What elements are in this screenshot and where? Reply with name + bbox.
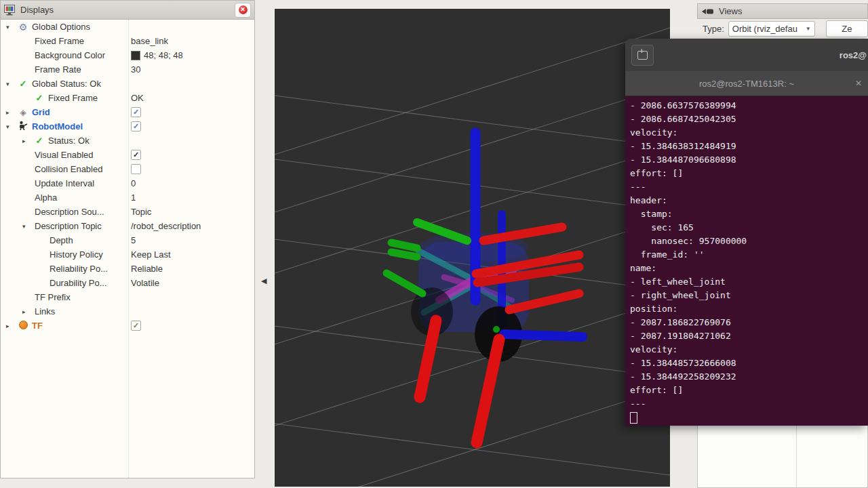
terminal-line: - 15.384487096680898 <box>630 153 868 167</box>
terminal-line: - 2086.6637576389994 <box>630 99 868 113</box>
tab-close-icon[interactable]: ✕ <box>855 79 862 88</box>
property-value[interactable]: /robot_description <box>131 221 201 231</box>
zero-button[interactable]: Ze <box>826 20 868 37</box>
expand-arrow-icon[interactable]: ▾ <box>5 123 17 130</box>
property-label: TF Prefix <box>35 292 71 302</box>
checkbox-unchecked[interactable] <box>131 164 141 174</box>
display-row-grid[interactable]: ▸◈Grid✓ <box>1 105 254 119</box>
property-value[interactable]: 5 <box>131 235 136 245</box>
display-row-alpha[interactable]: Alpha1 <box>1 190 254 205</box>
property-label: Status: Ok <box>48 136 90 146</box>
property-label: Global Options <box>32 22 90 32</box>
property-label: History Policy <box>50 249 103 260</box>
value-text: 1 <box>131 192 136 203</box>
property-value[interactable]: 1 <box>131 192 136 203</box>
display-row-links[interactable]: ▸Links <box>1 304 254 319</box>
terminal-window[interactable]: + ros2@ ros2@ros2-TM1613R: ~ ✕ - 2086.66… <box>625 39 868 426</box>
checkbox-checked[interactable]: ✓ <box>131 321 141 331</box>
terminal-window-title: ros2@ <box>840 39 867 71</box>
display-row-robotmodel[interactable]: ▾RobotModel✓ <box>1 119 254 134</box>
terminal-line: - 2087.186822769076 <box>630 316 868 329</box>
panel-collapse-arrow-icon[interactable]: ◀ <box>261 277 267 285</box>
property-value[interactable]: base_link <box>131 36 168 46</box>
displays-close-button[interactable]: ✕ <box>235 3 251 18</box>
terminal-line: - right_wheel_joint <box>630 289 868 302</box>
expand-arrow-icon[interactable]: ▾ <box>5 81 17 87</box>
display-row-global-options[interactable]: ▾⚙Global Options <box>1 20 254 34</box>
display-row-depth[interactable]: Depth5 <box>1 233 254 247</box>
new-tab-button[interactable]: + <box>631 45 654 66</box>
property-value[interactable]: OK <box>131 93 144 103</box>
display-row-description-topic[interactable]: ▾Description Topic/robot_description <box>1 219 254 233</box>
property-value[interactable]: Topic <box>131 207 151 217</box>
checkbox-checked[interactable]: ✓ <box>131 150 141 160</box>
property-value[interactable]: ✓ <box>131 107 141 117</box>
view-type-combobox[interactable]: Orbit (rviz_defau ▼ <box>728 21 815 37</box>
expand-arrow-icon[interactable]: ▾ <box>21 223 33 230</box>
value-text: 0 <box>131 178 136 188</box>
checkbox-checked[interactable]: ✓ <box>131 121 141 131</box>
3d-scene <box>275 9 670 487</box>
property-value[interactable]: Keep Last <box>131 249 171 260</box>
display-row-visual-enabled[interactable]: Visual Enabled✓ <box>1 148 254 162</box>
checkbox-checked[interactable]: ✓ <box>131 107 141 117</box>
display-row-history-policy[interactable]: History PolicyKeep Last <box>1 247 254 262</box>
terminal-line: velocity: <box>630 343 868 357</box>
property-value[interactable]: Volatile <box>131 278 159 288</box>
terminal-output[interactable]: - 2086.6637576389994- 2086.6687425042305… <box>625 96 868 426</box>
property-value[interactable]: 30 <box>131 64 140 75</box>
terminal-tab[interactable]: ros2@ros2-TM1613R: ~ ✕ <box>625 71 868 96</box>
display-row-fixed-frame[interactable]: Fixed Framebase_link <box>1 34 254 48</box>
display-row-collision-enabled[interactable]: Collision Enabled <box>1 162 254 176</box>
collapse-arrow-icon[interactable]: ▸ <box>5 323 17 329</box>
terminal-tab-title: ros2@ros2-TM1613R: ~ <box>699 79 794 89</box>
property-value[interactable]: Reliable <box>131 264 163 274</box>
property-label: Grid <box>32 107 50 117</box>
view-type-value: Orbit (rviz_defau <box>732 24 806 34</box>
display-row-update-interval[interactable]: Update Interval0 <box>1 176 254 190</box>
display-row-frame-rate[interactable]: Frame Rate30 <box>1 62 254 77</box>
collapse-arrow-icon[interactable]: ▸ <box>5 109 17 116</box>
property-label: Durability Po... <box>50 278 107 288</box>
terminal-line: - 2086.6687425042305 <box>630 113 868 126</box>
displays-panel-title: Displays <box>20 5 235 15</box>
display-row-tf[interactable]: ▸TF✓ <box>1 319 254 333</box>
display-row-tf-prefix[interactable]: TF Prefix <box>1 290 254 304</box>
robot-icon <box>17 121 29 132</box>
property-label: Depth <box>50 235 73 245</box>
terminal-line: --- <box>630 180 868 194</box>
3d-viewport[interactable] <box>275 9 670 487</box>
value-text: Keep Last <box>131 249 171 260</box>
display-row-durability-po[interactable]: Durability Po...Volatile <box>1 276 254 290</box>
views-titlebar[interactable]: Views <box>697 3 868 19</box>
terminal-line: velocity: <box>630 126 868 140</box>
property-label: TF <box>32 321 43 331</box>
display-row-background-color[interactable]: Background Color48; 48; 48 <box>1 48 254 62</box>
display-row-fixed-frame[interactable]: ✓Fixed FrameOK <box>1 91 254 105</box>
property-value[interactable]: 0 <box>131 178 136 188</box>
property-value[interactable]: ✓ <box>131 150 141 160</box>
property-value[interactable] <box>131 164 141 174</box>
value-text: Reliable <box>131 264 163 274</box>
property-value[interactable]: ✓ <box>131 321 141 331</box>
terminal-line: sec: 165 <box>630 221 868 235</box>
terminal-titlebar[interactable]: + ros2@ <box>625 39 868 71</box>
collapse-arrow-icon[interactable]: ▸ <box>21 138 33 144</box>
terminal-line: - left_wheel_joint <box>630 275 868 289</box>
display-row-description-sou[interactable]: Description Sou...Topic <box>1 205 254 219</box>
property-label: Fixed Frame <box>48 93 98 103</box>
terminal-line: frame_id: '' <box>630 248 868 262</box>
displays-titlebar[interactable]: Displays ✕ <box>1 1 254 20</box>
zero-button-label: Ze <box>842 24 852 34</box>
display-row-reliability-po[interactable]: Reliability Po...Reliable <box>1 262 254 276</box>
property-label: Collision Enabled <box>35 164 102 174</box>
tf-icon <box>17 321 29 331</box>
expand-arrow-icon[interactable]: ▾ <box>5 24 17 30</box>
chevron-down-icon: ▼ <box>806 26 811 32</box>
display-row-status-ok[interactable]: ▸✓Status: Ok <box>1 134 254 148</box>
property-value[interactable]: 48; 48; 48 <box>131 50 183 60</box>
display-row-global-status-ok[interactable]: ▾✓Global Status: Ok <box>1 77 254 91</box>
collapse-arrow-icon[interactable]: ▸ <box>21 308 33 315</box>
value-text: 48; 48; 48 <box>144 50 183 60</box>
property-value[interactable]: ✓ <box>131 121 141 131</box>
